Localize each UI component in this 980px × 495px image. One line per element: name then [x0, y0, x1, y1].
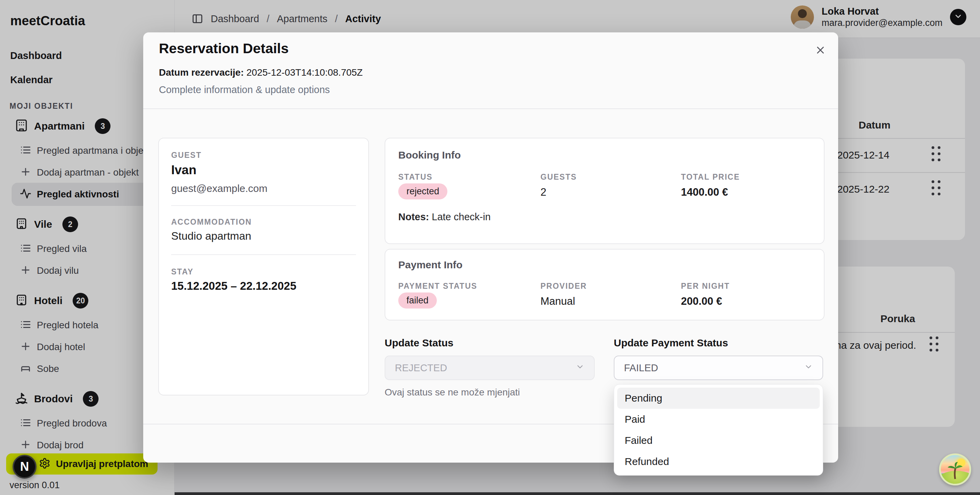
payment-status-label: PAYMENT STATUS	[398, 282, 477, 291]
update-status-select: REJECTED	[385, 356, 595, 380]
screen: meetCroatia Dashboard / Apartments / Act…	[0, 0, 980, 495]
notes-label: Notes:	[398, 212, 429, 222]
update-payment-status-label: Update Payment Status	[614, 337, 728, 349]
divider	[171, 205, 356, 206]
stay-value: 15.12.2025 – 22.12.2025	[171, 280, 296, 293]
notes-line: Notes: Late check-in	[398, 212, 491, 223]
dev-indicator-badge[interactable]: N	[13, 455, 37, 479]
total-price-value: 1400.00 €	[681, 186, 728, 198]
payment-info-card: Payment Info PAYMENT STATUS PROVIDER PER…	[385, 249, 824, 320]
update-status-helper: Ovaj status se ne može mjenjati	[385, 387, 520, 398]
dropdown-option-refunded[interactable]: Refunded	[617, 451, 820, 472]
status-label: STATUS	[398, 172, 433, 182]
guests-label: GUESTS	[541, 172, 577, 182]
per-night-label: PER NIGHT	[681, 282, 730, 291]
guest-email: guest@example.com	[171, 183, 267, 194]
payment-info-title: Payment Info	[398, 259, 462, 271]
close-icon[interactable]	[812, 42, 829, 58]
dropdown-option-failed[interactable]: Failed	[617, 430, 820, 451]
modal-subtitle: Complete information & update options	[159, 84, 330, 95]
total-price-label: TOTAL PRICE	[681, 172, 740, 182]
chevron-down-icon	[804, 362, 813, 374]
guest-card: GUEST Ivan guest@example.com ACCOMMODATI…	[158, 138, 369, 395]
divider	[171, 254, 356, 255]
modal-title: Reservation Details	[159, 41, 289, 57]
dropdown-option-pending[interactable]: Pending	[617, 388, 820, 409]
update-payment-status-value: FAILED	[624, 362, 658, 374]
guest-label: GUEST	[171, 151, 202, 160]
provider-label: PROVIDER	[541, 282, 587, 291]
booking-info-card: Booking Info STATUS GUESTS TOTAL PRICE r…	[385, 138, 824, 244]
per-night-value: 200.00 €	[681, 295, 722, 307]
palm-tree-icon	[946, 461, 963, 482]
payment-status-badge: failed	[398, 293, 437, 309]
update-status-label: Update Status	[385, 337, 453, 349]
update-payment-status-select[interactable]: FAILED	[614, 356, 823, 380]
accommodation-value: Studio apartman	[171, 230, 251, 242]
guest-name: Ivan	[171, 163, 196, 177]
guests-value: 2	[541, 186, 546, 198]
notes-value: Late check-in	[432, 212, 491, 222]
dropdown-option-paid[interactable]: Paid	[617, 409, 820, 430]
divider	[143, 108, 838, 109]
status-badge: rejected	[398, 183, 447, 199]
chevron-down-icon	[576, 362, 584, 374]
reservation-date-label: Datum rezervacije:	[159, 67, 244, 78]
accommodation-label: ACCOMMODATION	[171, 218, 251, 227]
reservation-date-line: Datum rezervacije: 2025-12-03T14:10:08.7…	[159, 67, 363, 78]
provider-value: Manual	[541, 295, 575, 307]
stay-label: STAY	[171, 267, 194, 277]
booking-info-title: Booking Info	[398, 149, 461, 161]
tropical-island-icon[interactable]	[939, 454, 971, 485]
update-status-value: REJECTED	[395, 362, 447, 374]
payment-status-dropdown: Pending Paid Failed Refunded	[614, 384, 823, 476]
reservation-date-value: 2025-12-03T14:10:08.705Z	[247, 67, 363, 78]
